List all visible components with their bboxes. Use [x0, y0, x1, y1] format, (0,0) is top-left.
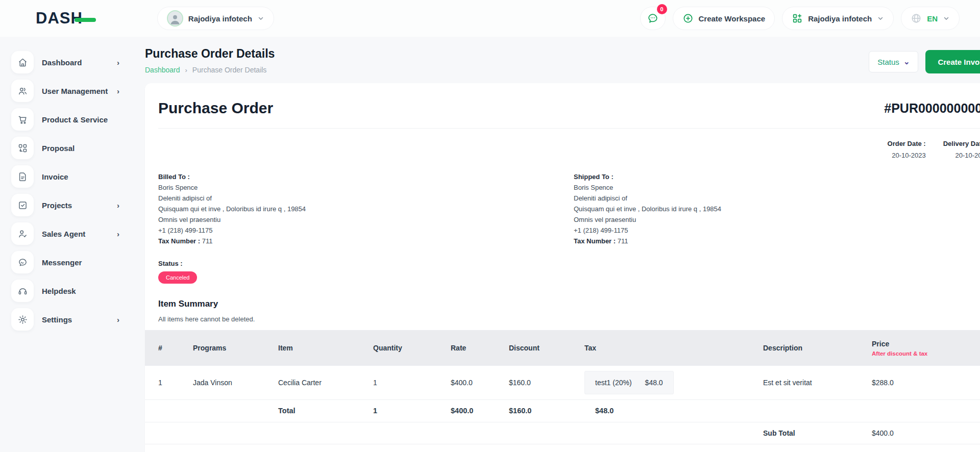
- billed-to-label: Billed To :: [158, 171, 574, 182]
- cell-rate: $400.0: [451, 366, 509, 399]
- col-header-tax: Tax: [584, 330, 763, 366]
- sidebar-item-projects[interactable]: Projects ›: [11, 194, 119, 216]
- billed-to-phone: +1 (218) 499-1175: [158, 225, 574, 236]
- create-invoice-button[interactable]: Create Invoice: [925, 50, 980, 73]
- breadcrumb: Dashboard › Purchase Order Details: [145, 66, 275, 74]
- breadcrumb-separator-icon: ›: [185, 66, 187, 74]
- sidebar-item-label: Proposal: [42, 144, 119, 153]
- breadcrumb-dashboard-link[interactable]: Dashboard: [145, 66, 180, 74]
- shipped-to-phone: +1 (218) 499-1175: [574, 225, 980, 236]
- subtotal-label: Sub Total: [763, 422, 872, 444]
- billed-to-name: Boris Spence: [158, 182, 574, 193]
- shipped-to-name: Boris Spence: [574, 182, 980, 193]
- chat-bubble-icon: [647, 12, 659, 24]
- billed-to-tax: Tax Number : 711: [158, 236, 574, 246]
- subtotal-row: Sub Total $400.0: [145, 422, 980, 444]
- col-header-discount: Discount: [509, 330, 584, 366]
- chevron-down-icon: ⌄: [903, 57, 910, 66]
- chevron-down-icon: [943, 15, 950, 22]
- billed-to-company: Deleniti adipisci of: [158, 193, 574, 204]
- status-dropdown-button[interactable]: Status ⌄: [869, 51, 918, 72]
- shipped-to-address: Quisquam qui et inve , Doloribus id irur…: [574, 204, 980, 214]
- status-label: Status :: [158, 260, 980, 267]
- billed-to-address: Quisquam qui et inve , Doloribus id irur…: [158, 204, 574, 214]
- col-header-quantity: Quantity: [373, 330, 451, 366]
- create-workspace-label: Create Workspace: [699, 14, 766, 23]
- gear-icon: [11, 308, 34, 331]
- shipped-to-company: Deleniti adipisci of: [574, 193, 980, 204]
- user-check-icon: [11, 222, 34, 245]
- company-selector[interactable]: Rajodiya infotech: [782, 7, 894, 30]
- sidebar-item-dashboard[interactable]: Dashboard ›: [11, 51, 119, 73]
- sidebar-item-user-management[interactable]: User Management ›: [11, 80, 119, 102]
- grid-plus-icon: [792, 13, 803, 24]
- main-content: Purchase Order Details Dashboard › Purch…: [145, 37, 980, 452]
- sidebar-item-sales-agent[interactable]: Sales Agent ›: [11, 222, 119, 245]
- users-icon: [11, 80, 34, 102]
- order-date-label: Order Date :: [888, 140, 926, 147]
- workspace-name: Rajodiya infotech: [188, 14, 252, 23]
- user-icon: [168, 12, 182, 26]
- sidebar-item-invoice[interactable]: Invoice: [11, 165, 119, 188]
- chevron-right-icon: ›: [117, 315, 119, 324]
- discount-value: $160.0: [872, 444, 980, 452]
- sidebar-item-label: Settings: [42, 315, 117, 324]
- total-label: Total: [278, 399, 373, 422]
- sidebar-item-helpdesk[interactable]: Helpdesk: [11, 280, 119, 302]
- col-header-price: Price After discount & tax: [872, 330, 980, 366]
- chevron-right-icon: ›: [117, 201, 119, 210]
- home-icon: [11, 51, 34, 73]
- create-workspace-button[interactable]: Create Workspace: [673, 7, 775, 30]
- avatar: [167, 10, 183, 27]
- cell-programs: Jada Vinson: [193, 366, 278, 399]
- language-selector[interactable]: EN: [901, 7, 960, 30]
- purchase-order-heading: Purchase Order: [158, 99, 273, 117]
- cell-quantity: 1: [373, 366, 451, 399]
- empty-cell: [763, 399, 872, 422]
- empty-cell: [872, 399, 980, 422]
- cell-index: 1: [145, 366, 193, 399]
- empty-cell: [145, 399, 193, 422]
- col-header-index: #: [145, 330, 193, 366]
- discount-label: Discount: [763, 444, 872, 452]
- check-square-icon: [11, 194, 34, 216]
- order-date-value: 20-10-2023: [888, 152, 926, 159]
- proposal-icon: [11, 137, 34, 159]
- tax-number-label: Tax Number :: [158, 237, 200, 245]
- sidebar-item-settings[interactable]: Settings ›: [11, 308, 119, 331]
- cell-tax: test1 (20%) $48.0: [584, 366, 763, 399]
- messages-button[interactable]: 0: [640, 7, 666, 30]
- shipped-to-block: Shipped To : Boris Spence Deleniti adipi…: [574, 171, 980, 246]
- items-table: # Programs Item Quantity Rate Discount T…: [145, 330, 980, 452]
- tax-amount: $48.0: [645, 379, 663, 387]
- sidebar-item-messenger[interactable]: Messenger: [11, 251, 119, 273]
- delivery-date-label: Delivery Date :: [943, 140, 980, 147]
- status-dropdown-label: Status: [877, 58, 899, 66]
- message-icon: [11, 251, 34, 273]
- tax-chip: test1 (20%) $48.0: [584, 371, 674, 394]
- sidebar-item-label: Dashboard: [42, 58, 117, 67]
- total-row: Total 1 $400.0 $160.0 $48.0: [145, 399, 980, 422]
- headphones-icon: [11, 280, 34, 302]
- tax-number-value: 711: [618, 237, 628, 245]
- empty-cell: [193, 399, 278, 422]
- sidebar-item-label: Helpdesk: [42, 287, 119, 295]
- total-discount: $160.0: [509, 399, 584, 422]
- billed-to-city: Omnis vel praesentiu: [158, 214, 574, 225]
- cell-description: Est et sit veritat: [763, 366, 872, 399]
- cart-icon: [11, 108, 34, 131]
- tax-number-value: 711: [202, 237, 213, 245]
- empty-cell: [145, 444, 763, 452]
- item-row: 1 Jada Vinson Cecilia Carter 1 $400.0 $1…: [145, 366, 980, 399]
- sidebar-item-proposal[interactable]: Proposal: [11, 137, 119, 159]
- brand-logo[interactable]: DASH: [36, 9, 96, 28]
- chevron-right-icon: ›: [117, 58, 119, 67]
- sidebar-item-product-service[interactable]: Product & Service: [11, 108, 119, 131]
- sidebar: Dashboard › User Management › Product & …: [0, 37, 145, 452]
- col-header-item: Item: [278, 330, 373, 366]
- workspace-selector[interactable]: Rajodiya infotech: [157, 7, 274, 30]
- empty-cell: [145, 422, 763, 444]
- page-title: Purchase Order Details: [145, 47, 275, 61]
- cell-item: Cecilia Carter: [278, 366, 373, 399]
- item-summary-title: Item Summary: [158, 299, 980, 309]
